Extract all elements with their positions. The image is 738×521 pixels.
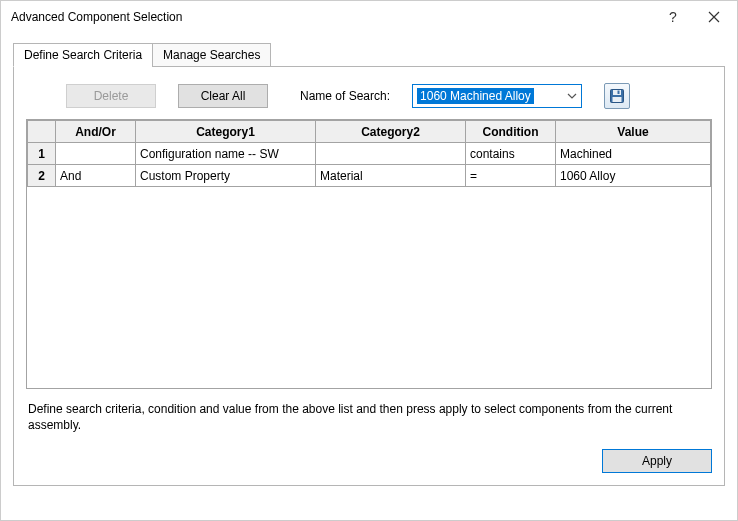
grid-header-condition[interactable]: Condition bbox=[466, 121, 556, 143]
grid-header-value[interactable]: Value bbox=[556, 121, 711, 143]
grid-header-category1[interactable]: Category1 bbox=[136, 121, 316, 143]
help-button[interactable]: ? bbox=[655, 1, 691, 33]
toolbar: Delete Clear All Name of Search: 1060 Ma… bbox=[26, 83, 712, 109]
criteria-grid[interactable]: And/Or Category1 Category2 Condition Val… bbox=[26, 119, 712, 389]
name-of-search-label: Name of Search: bbox=[300, 89, 390, 103]
grid-row[interactable]: 2 And Custom Property Material = 1060 Al… bbox=[28, 165, 711, 187]
instructions-text: Define search criteria, condition and va… bbox=[28, 401, 710, 433]
delete-button[interactable]: Delete bbox=[66, 84, 156, 108]
tab-panel-define: Delete Clear All Name of Search: 1060 Ma… bbox=[13, 66, 725, 486]
titlebar: Advanced Component Selection ? bbox=[1, 1, 737, 33]
grid-cell-category2[interactable] bbox=[316, 143, 466, 165]
tab-strip: Define Search Criteria Manage Searches D… bbox=[13, 43, 725, 486]
grid-header-row: And/Or Category1 Category2 Condition Val… bbox=[28, 121, 711, 143]
grid-cell-rownum: 2 bbox=[28, 165, 56, 187]
name-of-search-value: 1060 Machined Alloy bbox=[417, 88, 534, 104]
name-of-search-combo[interactable]: 1060 Machined Alloy bbox=[412, 84, 582, 108]
button-label: Clear All bbox=[201, 89, 246, 103]
chevron-down-icon bbox=[567, 93, 577, 99]
grid-cell-category1[interactable]: Custom Property bbox=[136, 165, 316, 187]
svg-rect-3 bbox=[613, 97, 622, 102]
grid-cell-rownum: 1 bbox=[28, 143, 56, 165]
tab-label: Define Search Criteria bbox=[24, 48, 142, 62]
footer: Apply bbox=[26, 449, 712, 473]
button-label: Apply bbox=[642, 454, 672, 468]
grid-cell-condition[interactable]: contains bbox=[466, 143, 556, 165]
button-label: Delete bbox=[94, 89, 129, 103]
grid-header-andor[interactable]: And/Or bbox=[56, 121, 136, 143]
grid-cell-value[interactable]: Machined bbox=[556, 143, 711, 165]
grid-cell-category1[interactable]: Configuration name -- SW bbox=[136, 143, 316, 165]
save-icon bbox=[609, 88, 625, 104]
save-search-button[interactable] bbox=[604, 83, 630, 109]
window-title: Advanced Component Selection bbox=[11, 10, 655, 24]
close-button[interactable] bbox=[691, 1, 737, 33]
grid-cell-andor[interactable]: And bbox=[56, 165, 136, 187]
grid-cell-condition[interactable]: = bbox=[466, 165, 556, 187]
svg-rect-1 bbox=[613, 90, 621, 95]
tab-define-search-criteria[interactable]: Define Search Criteria bbox=[13, 43, 153, 67]
clear-all-button[interactable]: Clear All bbox=[178, 84, 268, 108]
grid-cell-category2[interactable]: Material bbox=[316, 165, 466, 187]
grid-row[interactable]: 1 Configuration name -- SW contains Mach… bbox=[28, 143, 711, 165]
apply-button[interactable]: Apply bbox=[602, 449, 712, 473]
svg-rect-2 bbox=[618, 91, 620, 95]
grid-cell-andor[interactable] bbox=[56, 143, 136, 165]
grid-header-category2[interactable]: Category2 bbox=[316, 121, 466, 143]
close-icon bbox=[708, 11, 720, 23]
grid-cell-value[interactable]: 1060 Alloy bbox=[556, 165, 711, 187]
tab-label: Manage Searches bbox=[163, 48, 260, 62]
tab-manage-searches[interactable]: Manage Searches bbox=[152, 43, 271, 67]
grid-header-rownum bbox=[28, 121, 56, 143]
